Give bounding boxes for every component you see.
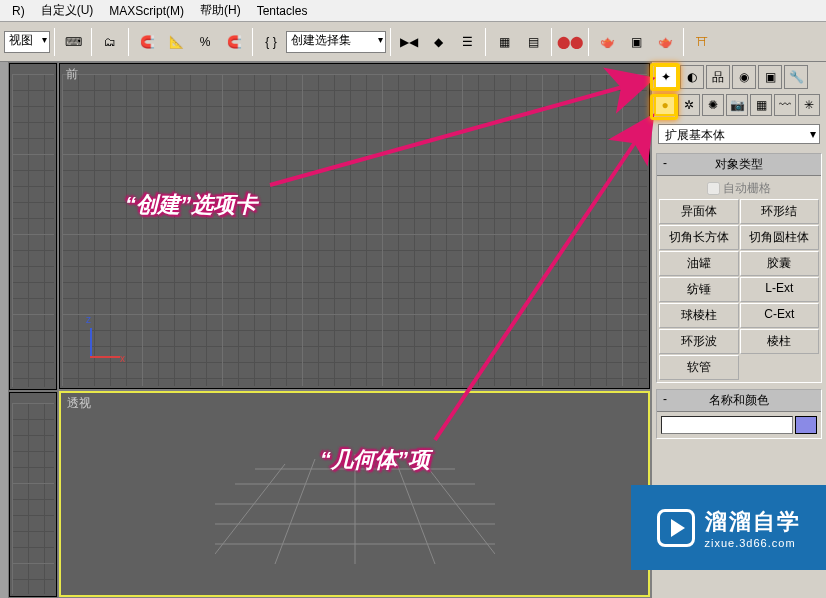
modify-icon: ◐ [687, 70, 697, 84]
watermark-url: zixue.3d66.com [705, 537, 801, 549]
menu-bar: R) 自定义(U) MAXScript(M) 帮助(H) Tentacles [0, 0, 826, 22]
svg-line-7 [395, 459, 435, 564]
menu-r[interactable]: R) [4, 2, 33, 20]
motion-icon: ◉ [739, 70, 749, 84]
auto-grid-row: 自动栅格 [659, 178, 819, 199]
name-color-rollout: -名称和颜色 [656, 389, 822, 439]
curve-editor-icon[interactable]: ▦ [490, 28, 518, 56]
object-type-button[interactable]: 切角长方体 [659, 225, 739, 250]
create-icon: ✦ [661, 70, 671, 84]
spacewarps-subtab[interactable]: 〰 [774, 94, 796, 116]
left-viewport-strip [8, 62, 58, 598]
svg-line-8 [215, 464, 285, 554]
utilities-tab[interactable]: 🔧 [784, 65, 808, 89]
name-color-header[interactable]: -名称和颜色 [657, 390, 821, 412]
viewport-front-label: 前 [66, 66, 78, 83]
hierarchy-icon: 品 [712, 69, 724, 86]
category-dropdown[interactable]: 扩展基本体 [658, 124, 820, 144]
utilities-icon: 🔧 [789, 70, 804, 84]
object-type-button[interactable]: 纺锤 [659, 277, 739, 302]
object-buttons-grid: 异面体环形结切角长方体切角圆柱体油罐胶囊纺锤L-Ext球棱柱C-Ext环形波棱柱… [659, 199, 819, 380]
angle-snap-icon[interactable]: 📐 [162, 28, 190, 56]
render-setup-icon[interactable]: 🫖 [593, 28, 621, 56]
cameras-subtab[interactable]: 📷 [726, 94, 748, 116]
mirror-icon[interactable]: ▶◀ [395, 28, 423, 56]
render-frame-icon[interactable]: ▣ [622, 28, 650, 56]
create-subtabs: ● ✲ ✺ 📷 ▦ 〰 ✳ [652, 92, 826, 118]
shapes-icon: ✲ [684, 98, 694, 112]
auto-grid-checkbox[interactable] [707, 182, 720, 195]
object-type-button[interactable]: 环形波 [659, 329, 739, 354]
axis-gizmo: z x [80, 318, 130, 368]
object-type-button[interactable]: C-Ext [740, 303, 820, 328]
geometry-subtab[interactable]: ● [654, 94, 676, 116]
menu-help[interactable]: 帮助(H) [192, 0, 249, 21]
object-type-rollout: -对象类型 自动栅格 异面体环形结切角长方体切角圆柱体油罐胶囊纺锤L-Ext球棱… [656, 153, 822, 383]
main-toolbar: 视图 ⌨ 🗂 🧲 📐 % 🧲 { } 创建选择集 ▶◀ ◆ ☰ ▦ ▤ ⬤⬤ 🫖… [0, 22, 826, 62]
layer-icon[interactable]: 🗂 [96, 28, 124, 56]
menu-tentacles[interactable]: Tentacles [249, 2, 316, 20]
create-tab[interactable]: ✦ [654, 65, 678, 89]
snap-icon[interactable]: 🧲 [133, 28, 161, 56]
display-tab[interactable]: ▣ [758, 65, 782, 89]
svg-line-6 [275, 459, 315, 564]
shapes-subtab[interactable]: ✲ [678, 94, 700, 116]
lights-subtab[interactable]: ✺ [702, 94, 724, 116]
object-type-header[interactable]: -对象类型 [657, 154, 821, 176]
modify-tab[interactable]: ◐ [680, 65, 704, 89]
percent-snap-icon[interactable]: % [191, 28, 219, 56]
object-type-button[interactable]: 胶囊 [740, 251, 820, 276]
schematic-icon[interactable]: ▤ [519, 28, 547, 56]
perspective-grid [215, 444, 495, 564]
helpers-subtab[interactable]: ▦ [750, 94, 772, 116]
display-icon: ▣ [765, 70, 776, 84]
object-type-button[interactable]: 球棱柱 [659, 303, 739, 328]
object-name-input[interactable] [661, 416, 793, 434]
geometry-icon: ● [661, 98, 668, 112]
object-type-button[interactable]: 棱柱 [740, 329, 820, 354]
object-color-swatch[interactable] [795, 416, 817, 434]
command-panel-tabs: ✦ ◐ 品 ◉ ▣ 🔧 [652, 62, 826, 92]
hierarchy-tab[interactable]: 品 [706, 65, 730, 89]
systems-icon: ✳ [804, 98, 814, 112]
object-type-button[interactable]: 切角圆柱体 [740, 225, 820, 250]
object-type-button[interactable]: 异面体 [659, 199, 739, 224]
reactor-icon[interactable]: ⛩ [688, 28, 716, 56]
space-icon: 〰 [779, 98, 791, 112]
viewport-perspective[interactable]: 透视 [59, 391, 650, 597]
layers-icon[interactable]: ☰ [453, 28, 481, 56]
object-type-button[interactable]: 环形结 [740, 199, 820, 224]
object-type-button[interactable]: 软管 [659, 355, 739, 380]
motion-tab[interactable]: ◉ [732, 65, 756, 89]
keyboard-shortcut-icon[interactable]: ⌨ [59, 28, 87, 56]
viewports: 前 z x 透视 [58, 62, 651, 598]
lights-icon: ✺ [708, 98, 718, 112]
object-type-button[interactable]: L-Ext [740, 277, 820, 302]
quick-render-icon[interactable]: 🫖 [651, 28, 679, 56]
watermark-title: 溜溜自学 [705, 507, 801, 537]
align-icon[interactable]: ◆ [424, 28, 452, 56]
menu-maxscript[interactable]: MAXScript(M) [101, 2, 192, 20]
watermark-play-icon [657, 509, 695, 547]
view-dropdown[interactable]: 视图 [4, 31, 50, 53]
svg-line-9 [425, 464, 495, 554]
auto-grid-label: 自动栅格 [723, 181, 771, 195]
object-type-button[interactable]: 油罐 [659, 251, 739, 276]
helpers-icon: ▦ [756, 98, 767, 112]
material-icon[interactable]: ⬤⬤ [556, 28, 584, 56]
spinner-snap-icon[interactable]: 🧲 [220, 28, 248, 56]
named-selection-icon[interactable]: { } [257, 28, 285, 56]
systems-subtab[interactable]: ✳ [798, 94, 820, 116]
menu-customize[interactable]: 自定义(U) [33, 0, 102, 21]
selection-set-dropdown[interactable]: 创建选择集 [286, 31, 386, 53]
left-rail [0, 62, 8, 598]
viewport-front[interactable]: 前 z x [59, 63, 650, 389]
viewport-persp-label: 透视 [67, 395, 91, 412]
cameras-icon: 📷 [730, 98, 745, 112]
watermark: 溜溜自学 zixue.3d66.com [631, 485, 826, 570]
